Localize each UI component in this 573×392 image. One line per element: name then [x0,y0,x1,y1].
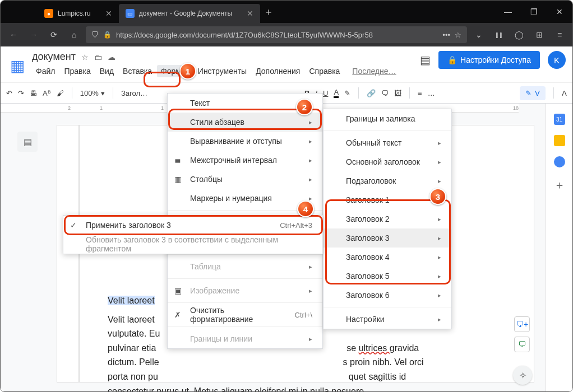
zoom-select[interactable]: 100% ▾ [80,89,105,97]
open-comments-icon[interactable]: ▤ [420,53,431,67]
menu-edit[interactable]: Правка [60,65,94,77]
share-lock-icon: 🔒 [447,55,457,64]
account-icon[interactable]: ◯ [511,26,528,43]
star-doc-icon[interactable]: ☆ [81,53,89,62]
menu-table: Таблица▸ [168,257,322,276]
user-avatar[interactable]: K [548,51,566,69]
window-maximize[interactable]: ❐ [521,1,547,23]
spellcheck-button[interactable]: Aᴮ [43,89,51,97]
docs-title-area: документ ☆ 🗀 ☁ Файл Правка Вид Вставка Ф… [32,51,400,77]
add-comment-icon[interactable]: 🗨+ [514,316,530,332]
heading-3-submenu: ✓Применить заголовок 3Ctrl+Alt+3 Обновит… [63,215,323,254]
annotation-badge-4: 4 [297,200,314,217]
explore-button[interactable]: ✧ [513,366,532,385]
tab-2-label: документ - Google Документы [139,10,233,17]
side-panel: 31 ＋ [546,104,572,392]
outline-toggle-icon[interactable]: ▤ [17,132,38,152]
text-color-button[interactable]: A [334,88,339,98]
menu-subtitle[interactable]: Подзаголовок▸ [324,171,451,190]
menu-title[interactable]: Основной заголовок▸ [324,152,451,171]
margin-action-buttons: 🗨+ 🗩 [514,316,530,352]
print-button[interactable]: 🖶 [30,89,37,97]
undo-button[interactable]: ↶ [6,89,12,97]
menu-view[interactable]: Вид [96,65,118,77]
paintformat-button[interactable]: 🖌 [57,89,64,97]
share-label: Настройки Доступа [460,55,531,64]
add-addon-icon[interactable]: ＋ [554,178,565,193]
menu-heading-4[interactable]: Заголовок 4▸ [324,248,451,267]
favicon-lumpics: ● [44,9,53,18]
window-titlebar: ● Lumpics.ru ✕ ▭ документ - Google Докум… [1,1,572,23]
extensions-icon[interactable]: ⊞ [531,26,548,43]
link-button[interactable]: 🔗 [367,89,376,97]
menu-addons[interactable]: Дополнения [252,65,304,77]
docs-logo-icon[interactable]: ▦ [7,52,27,79]
nav-home[interactable]: ⌂ [66,26,82,43]
window-close[interactable]: ✕ [547,1,572,23]
browser-tab-2[interactable]: ▭ документ - Google Документы ✕ [119,4,261,23]
window-minimize[interactable]: — [495,1,521,23]
calendar-app-icon[interactable]: 31 [554,114,565,125]
menu-insert[interactable]: Вставка [119,65,156,77]
menu-borders-shading[interactable]: Границы и заливка [324,109,451,128]
comment-button[interactable]: 🗨 [381,89,389,97]
underline-button[interactable]: U [323,89,328,97]
collapse-toolbar-icon[interactable]: ᐱ [562,89,567,97]
lock-icon: 🔒 [103,31,112,39]
nav-back[interactable]: ← [5,26,22,43]
new-tab-button[interactable]: ＋ [260,5,277,18]
move-doc-icon[interactable]: 🗀 [94,53,102,62]
menu-borders-lines: Границы и линии▸ [168,329,322,348]
url-field[interactable]: ⛉ 🔒 https://docs.google.com/document/d/1… [86,26,467,43]
editing-mode-button[interactable]: ✎ ᐯ [520,86,546,100]
menu-tools[interactable]: Инструменты [194,65,251,77]
cloud-status-icon: ☁ [108,53,115,62]
toolbar-more[interactable]: … [428,89,435,97]
pocket-icon[interactable]: ⌄ [470,26,487,43]
menu-line-spacing[interactable]: ≣Межстрочный интервал▸ [168,151,322,170]
menu-clear-formatting[interactable]: ✗Очистить форматированиеCtrl+\ [168,305,322,324]
menubar: Файл Правка Вид Вставка Формат Инструмен… [32,65,400,77]
tab-1-close-icon[interactable]: ✕ [105,9,112,18]
menu-last-edit[interactable]: Последне… [348,65,400,77]
redo-button[interactable]: ↷ [18,89,24,97]
menu-heading-5[interactable]: Заголовок 5▸ [324,267,451,286]
selected-heading-text[interactable]: Velit laoreet [108,296,155,305]
menu-heading-3[interactable]: Заголовок 3▸ [324,228,451,248]
nav-forward[interactable]: → [25,26,42,43]
menu-apply-heading-3[interactable]: ✓Применить заголовок 3Ctrl+Alt+3 [63,216,322,235]
keep-app-icon[interactable] [554,135,565,146]
app-menu-icon[interactable]: ≡ [551,26,568,43]
menu-normal-text[interactable]: Обычный текст▸ [324,133,451,152]
document-title[interactable]: документ [32,51,76,63]
bookmark-star-icon[interactable]: ☆ [455,31,461,39]
nav-reload[interactable]: ⟳ [45,26,62,43]
menu-file[interactable]: Файл [32,65,59,77]
url-more-icon[interactable]: ••• [442,31,450,39]
paragraph-styles-menu: Границы и заливка Обычный текст▸ Основно… [323,109,452,329]
tasks-app-icon[interactable] [554,156,565,167]
url-text: https://docs.google.com/document/d/1Z7Ou… [116,31,438,39]
insert-image-button[interactable]: 🖼 [394,89,401,97]
tab-1-label: Lumpics.ru [58,10,91,17]
favicon-docs: ▭ [126,9,135,18]
tab-2-close-icon[interactable]: ✕ [247,9,253,18]
menu-style-options[interactable]: Настройки▸ [324,310,451,329]
paragraph-style-select[interactable]: Загол… [121,89,147,97]
edit-mode-arrow-icon: ᐯ [535,89,540,97]
share-button[interactable]: 🔒 Настройки Доступа [438,51,540,69]
browser-tab-1[interactable]: ● Lumpics.ru ✕ [38,4,119,23]
menu-help[interactable]: Справка [305,65,344,77]
library-icon[interactable]: ⫿⫿ [491,26,507,43]
highlight-button[interactable]: ✎ [344,89,350,97]
menu-heading-2[interactable]: Заголовок 2▸ [324,209,451,228]
menu-align-indent[interactable]: Выравнивание и отступы▸ [168,132,322,151]
menu-columns[interactable]: ▥Столбцы▸ [168,170,322,189]
align-button[interactable]: ≡ [418,89,422,97]
add-suggestion-icon[interactable]: 🗩 [514,337,530,352]
menu-paragraph-styles[interactable]: Стили абзацев▸ [168,113,322,132]
menu-heading-6[interactable]: Заголовок 6▸ [324,286,451,305]
browser-urlbar: ← → ⟳ ⌂ ⛉ 🔒 https://docs.google.com/docu… [1,23,572,46]
menu-update-heading-3[interactable]: Обновить заголовок 3 в соответствии с вы… [63,235,322,254]
annotation-badge-3: 3 [429,188,446,205]
